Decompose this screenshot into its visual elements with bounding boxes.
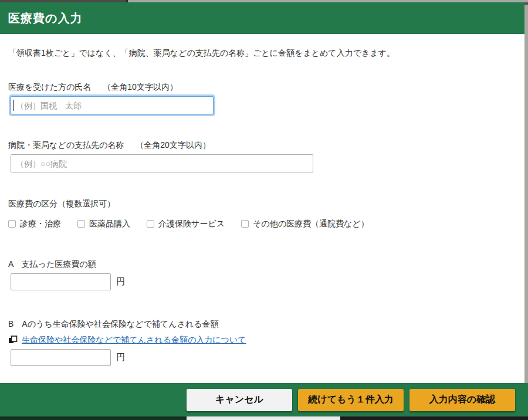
checkbox-medicine[interactable]: 医薬品購入 (77, 218, 130, 229)
checkbox-other[interactable]: その他の医療費（通院費など） (241, 218, 369, 229)
cancel-button[interactable]: キャンセル (187, 389, 292, 411)
medical-expense-dialog: 医療費の入力 「領収書1枚ごと」ではなく、「病院、薬局などの支払先の名称」ごとに… (0, 0, 528, 420)
window-bottom-edge (0, 416, 528, 420)
checkbox-icon[interactable] (77, 220, 85, 228)
checkbox-label: 医薬品購入 (89, 218, 130, 229)
amount-a-input[interactable] (11, 273, 111, 290)
checkbox-nursing-care[interactable]: 介護保険サービス (147, 218, 225, 229)
payee-name-input[interactable] (11, 154, 313, 172)
scrollbar-tick (524, 2, 528, 5)
dialog-footer: キャンセル 続けてもう１件入力 入力内容の確認 (0, 383, 528, 416)
name-label: 医療を受けた方の氏名 (8, 82, 91, 92)
payee-label-note: （全角20文字以内） (136, 140, 211, 150)
intro-text: 「領収書1枚ごと」ではなく、「病院、薬局などの支払先の名称」ごとに金額をまとめて… (8, 47, 516, 59)
page-title: 医療費の入力 (8, 11, 82, 26)
continue-entry-button[interactable]: 続けてもう１件入力 (298, 389, 404, 411)
amount-b-row: 円 (8, 349, 516, 366)
checkbox-label: 介護保険サービス (158, 218, 225, 229)
scrollbar-track[interactable] (524, 2, 528, 416)
name-label-note: （全角10文字以内） (103, 82, 178, 92)
amount-a-row: 円 (8, 273, 516, 290)
dialog-header: 医療費の入力 (0, 2, 524, 34)
category-label: 医療費の区分（複数選択可） (8, 198, 516, 209)
amount-a-label: A 支払った医療費の額 (8, 258, 516, 270)
checkbox-label: 診療・治療 (20, 218, 61, 229)
checkbox-icon[interactable] (147, 220, 154, 228)
category-options: 診療・治療 医薬品購入 介護保険サービス その他の医療費（通院費など） (8, 218, 516, 229)
amount-b-label: B Aのうち生命保険や社会保険などで補てんされる金額 (8, 318, 516, 330)
patient-name-input[interactable] (11, 96, 214, 114)
new-window-icon (8, 336, 18, 344)
amount-b-input[interactable] (11, 349, 111, 366)
text-caret (13, 100, 14, 111)
amount-a-unit: 円 (116, 276, 125, 287)
help-link-row: 生命保険や社会保険などで補てんされる金額の入力について (8, 334, 516, 345)
checkbox-treatment[interactable]: 診療・治療 (8, 218, 61, 229)
confirm-input-button[interactable]: 入力内容の確認 (409, 389, 515, 411)
amount-b-unit: 円 (116, 352, 125, 363)
payee-field-label: 病院・薬局などの支払先の名称（全角20文字以内） (8, 139, 516, 151)
checkbox-icon[interactable] (8, 220, 16, 228)
dialog-body: 「領収書1枚ごと」ではなく、「病院、薬局などの支払先の名称」ごとに金額をまとめて… (0, 34, 524, 383)
name-field-label: 医療を受けた方の氏名（全角10文字以内） (8, 81, 516, 93)
checkbox-label: その他の医療費（通院費など） (253, 218, 369, 229)
compensation-help-link[interactable]: 生命保険や社会保険などで補てんされる金額の入力について (22, 334, 246, 345)
checkbox-icon[interactable] (241, 220, 249, 228)
payee-label: 病院・薬局などの支払先の名称 (8, 140, 124, 150)
